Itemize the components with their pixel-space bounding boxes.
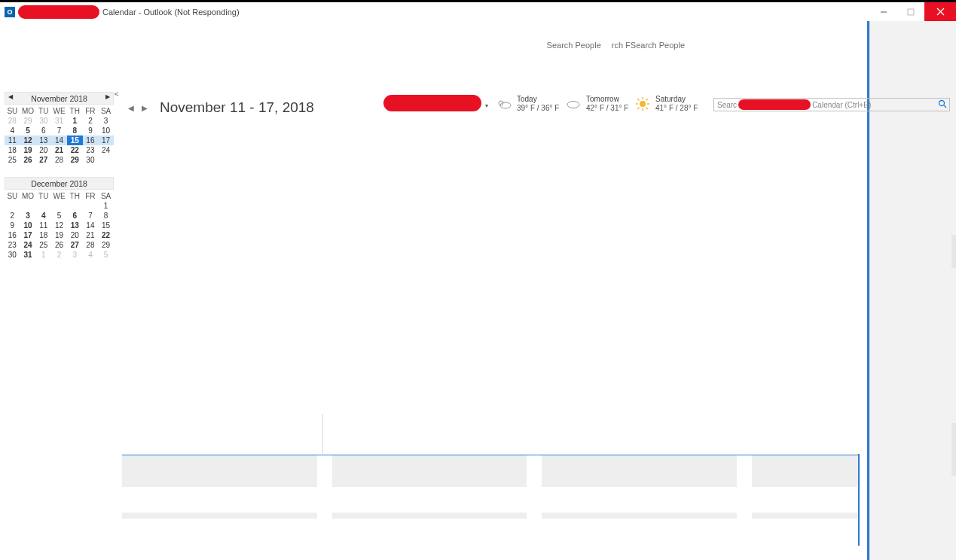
calendar-day[interactable]: 30 [5,250,20,260]
calendar-day[interactable]: 21 [51,145,67,155]
calendar-day[interactable] [35,201,51,211]
calendar-day[interactable]: 30 [83,155,99,165]
calendar-day[interactable]: 14 [51,135,67,145]
calendar-day[interactable]: 5 [20,126,36,135]
calendar-day[interactable]: 24 [98,145,114,155]
calendar-dropdown-button[interactable]: ▾ [485,102,488,109]
calendar-week-row[interactable]: 303112345 [5,250,114,260]
calendar-day[interactable]: 8 [67,126,83,135]
calendar-day[interactable]: 8 [98,211,114,221]
preview-card[interactable] [332,455,527,487]
calendar-day[interactable]: 18 [35,230,51,240]
calendar-day[interactable]: 10 [20,221,36,230]
preview-card[interactable] [752,455,859,487]
month2-title[interactable]: December 2018 [31,179,87,188]
calendar-day[interactable]: 9 [83,126,99,135]
calendar-day[interactable]: 13 [35,135,51,145]
minimize-button[interactable] [870,2,897,21]
calendar-day[interactable]: 25 [5,155,20,165]
calendar-week-row[interactable]: 11121314151617 [5,135,114,145]
calendar-day[interactable]: 3 [20,211,36,221]
calendar-day[interactable]: 15 [98,221,114,230]
calendar-day[interactable]: 11 [35,221,51,230]
preview-card[interactable] [542,455,737,487]
calendar-day[interactable]: 7 [51,126,67,135]
calendar-day[interactable]: 4 [83,250,99,260]
month1-prev-button[interactable]: ◀ [8,93,13,100]
calendar-week-row[interactable]: 252627282930 [5,155,114,165]
calendar-day[interactable]: 9 [5,221,20,230]
calendar-week-row[interactable]: 18192021222324 [5,145,114,155]
calendar-day[interactable]: 1 [35,250,51,260]
calendar-day[interactable]: 19 [51,230,67,240]
month1-next-button[interactable]: ▶ [105,93,110,100]
calendar-day[interactable]: 11 [5,135,20,145]
calendar-day[interactable]: 4 [5,126,20,135]
calendar-day[interactable]: 2 [51,250,67,260]
calendar-day[interactable]: 2 [5,211,20,221]
calendar-day[interactable]: 17 [98,135,114,145]
calendar-day[interactable] [67,201,83,211]
calendar-day[interactable]: 5 [51,211,67,221]
calendar-day[interactable]: 12 [20,135,36,145]
calendar-day[interactable] [83,201,99,211]
calendar-day[interactable]: 28 [51,155,67,165]
calendar-week-row[interactable]: 16171819202122 [5,230,114,240]
calendar-day[interactable]: 6 [67,211,83,221]
calendar-day[interactable]: 3 [98,116,114,126]
calendar-day[interactable]: 25 [35,240,51,250]
calendar-day[interactable]: 1 [67,116,83,126]
calendar-week-row[interactable]: 45678910 [5,126,114,135]
calendar-day[interactable]: 15 [67,135,83,145]
calendar-day[interactable] [5,201,20,211]
collapse-sidebar-button[interactable]: < [115,90,118,98]
calendar-day[interactable]: 17 [20,230,36,240]
close-button[interactable] [924,2,956,21]
calendar-day[interactable]: 14 [83,221,99,230]
prev-week-button[interactable]: ◀ [128,104,134,112]
search-people-link-2[interactable]: rch FSearch People [612,41,685,50]
calendar-week-row[interactable]: 9101112131415 [5,221,114,230]
calendar-day[interactable] [51,201,67,211]
calendar-day[interactable]: 1 [98,201,114,211]
calendar-day[interactable]: 22 [98,230,114,240]
calendar-week-row[interactable]: 2345678 [5,211,114,221]
calendar-day[interactable]: 10 [98,126,114,135]
calendar-day[interactable]: 29 [98,240,114,250]
calendar-week-row[interactable]: 1 [5,201,114,211]
calendar-day[interactable]: 27 [67,240,83,250]
calendar-day[interactable]: 7 [83,211,99,221]
calendar-day[interactable]: 21 [83,230,99,240]
calendar-day[interactable]: 6 [35,126,51,135]
calendar-day[interactable]: 2 [83,116,99,126]
calendar-day[interactable]: 28 [83,240,99,250]
calendar-day[interactable]: 27 [35,155,51,165]
calendar-day[interactable]: 23 [5,240,20,250]
calendar-day[interactable]: 28 [5,116,20,126]
calendar-day[interactable]: 13 [67,221,83,230]
calendar-day[interactable]: 4 [35,211,51,221]
calendar-day[interactable]: 26 [20,155,36,165]
weather-saturday[interactable]: Saturday41° F / 28° F [634,95,698,113]
calendar-day[interactable] [20,201,36,211]
calendar-day[interactable]: 12 [51,221,67,230]
weather-tomorrow[interactable]: Tomorrow42° F / 31° F [565,95,628,113]
calendar-day[interactable]: 31 [51,116,67,126]
maximize-button[interactable] [897,2,924,21]
calendar-day[interactable]: 22 [67,145,83,155]
calendar-day[interactable]: 24 [20,240,36,250]
search-icon[interactable] [938,99,947,110]
calendar-day[interactable]: 20 [35,145,51,155]
calendar-day[interactable]: 29 [20,116,36,126]
week-grid[interactable] [122,116,859,453]
calendar-day[interactable]: 19 [20,145,36,155]
weather-today[interactable]: Today39° F / 36° F [496,95,559,113]
calendar-day[interactable]: 16 [83,135,99,145]
calendar-day[interactable]: 16 [5,230,20,240]
calendar-day[interactable] [98,155,114,165]
calendar-day[interactable]: 20 [67,230,83,240]
calendar-week-row[interactable]: 23242526272829 [5,240,114,250]
calendar-day[interactable]: 31 [20,250,36,260]
calendar-day[interactable]: 23 [83,145,99,155]
calendar-day[interactable]: 29 [67,155,83,165]
